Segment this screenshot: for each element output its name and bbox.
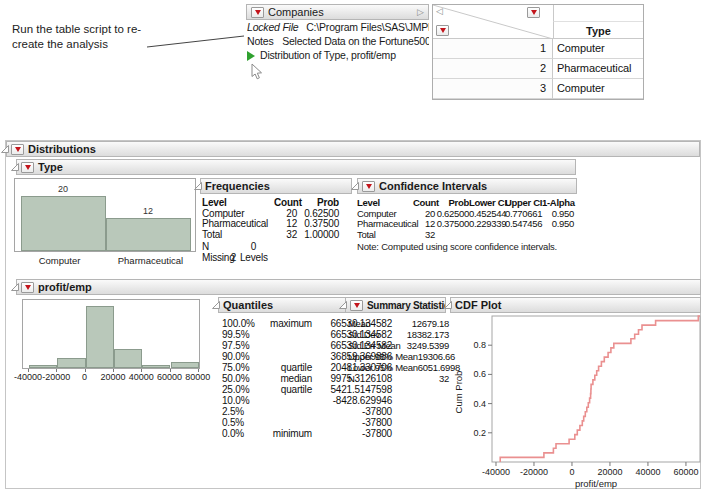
table-cell: 0.5% bbox=[222, 417, 260, 428]
red-triangle-menu-icon[interactable] bbox=[21, 282, 34, 293]
bar[interactable] bbox=[21, 196, 106, 251]
disclosure-triangle-icon[interactable] bbox=[211, 300, 221, 310]
stat-value: 3249.5399 bbox=[407, 340, 449, 351]
col-header: Level bbox=[357, 198, 413, 209]
n-missing-row: N Missing 0 bbox=[202, 242, 339, 253]
collapse-panel-icon[interactable]: ▷ bbox=[417, 7, 424, 17]
companies-panel-header[interactable]: Companies ▷ bbox=[246, 4, 429, 20]
table-row[interactable]: 3Computer bbox=[433, 79, 643, 99]
plot-frame bbox=[492, 316, 700, 462]
table-cell[interactable]: Computer bbox=[553, 79, 643, 99]
bar-value-label: 20 bbox=[58, 184, 68, 194]
profit-emp-histogram[interactable] bbox=[22, 299, 200, 369]
profit-emp-section-title: profit/emp bbox=[38, 281, 92, 293]
histogram-bar[interactable] bbox=[57, 358, 85, 368]
cdf-plot-title: CDF Plot bbox=[455, 299, 501, 311]
columns-menu-icon[interactable] bbox=[527, 7, 540, 18]
x-axis-label: profit/emp bbox=[575, 478, 617, 489]
frequencies-table: Level Count Prob Computer200.62500Pharma… bbox=[202, 198, 339, 263]
type-bar-chart[interactable]: 2012 bbox=[14, 178, 196, 252]
table-header-row: Level Count Prob bbox=[202, 198, 339, 209]
tick-label: 60000 bbox=[673, 467, 698, 477]
type-section-header[interactable]: Type bbox=[16, 159, 576, 175]
ci-note: Note: Computed using score confidence in… bbox=[357, 241, 557, 252]
red-triangle-menu-icon[interactable] bbox=[11, 144, 24, 155]
disclosure-triangle-icon[interactable] bbox=[193, 181, 203, 191]
red-triangle-menu-icon[interactable] bbox=[362, 181, 375, 192]
cdf-plot[interactable]: 0.20.40.60.8-40000-200000200004000060000… bbox=[450, 314, 702, 492]
disclosure-triangle-icon[interactable] bbox=[10, 162, 20, 172]
table-cell: Pharmaceutical bbox=[202, 219, 274, 230]
table-row[interactable]: 2Pharmaceutical bbox=[433, 59, 643, 79]
tick-label: 60000 bbox=[157, 372, 182, 382]
histogram-bar[interactable] bbox=[142, 365, 170, 368]
table-row: 0.0%minimum-37800 bbox=[222, 428, 392, 439]
bar[interactable] bbox=[106, 218, 191, 251]
tick-label: -20000 bbox=[520, 467, 548, 477]
locked-file-label: Locked File bbox=[247, 21, 299, 33]
table-cell[interactable]: 1 bbox=[433, 39, 553, 59]
column-header-type[interactable]: Type bbox=[553, 22, 643, 39]
type-chart-category-labels: ComputerPharmaceutical bbox=[14, 255, 196, 266]
red-triangle-menu-icon[interactable] bbox=[251, 7, 264, 18]
disclosure-triangle-icon[interactable] bbox=[443, 300, 453, 310]
table-row: 2.5%-37800 bbox=[222, 406, 392, 417]
table-cell bbox=[260, 329, 312, 340]
table-cell: 32 bbox=[413, 230, 435, 241]
stat-label: Upper 95% Mean bbox=[348, 351, 418, 362]
stat-label: Lower 95% Mean bbox=[348, 362, 418, 373]
summary-statistics-header[interactable]: Summary Statistics bbox=[345, 297, 446, 313]
table-cell: 0.37500 bbox=[297, 219, 339, 230]
table-cell: 32 bbox=[274, 230, 297, 241]
notes-row: Notes Selected Data on the Fortune500 fr… bbox=[247, 35, 429, 48]
table-cell[interactable]: 2 bbox=[433, 59, 553, 79]
table-cell: 0.950 bbox=[542, 219, 574, 230]
table-cell[interactable]: Pharmaceutical bbox=[553, 59, 643, 79]
histogram-bar[interactable] bbox=[86, 306, 114, 368]
cdf-plot-header[interactable]: CDF Plot bbox=[450, 297, 701, 313]
histogram-bar[interactable] bbox=[29, 365, 57, 368]
tick-label: -40000 bbox=[482, 467, 510, 477]
col-header: Prob bbox=[297, 198, 339, 209]
col-header: Count bbox=[413, 198, 435, 209]
quantiles-title: Quantiles bbox=[223, 299, 273, 311]
levels-row: 2 Levels bbox=[202, 253, 339, 264]
table-cell: 2.5% bbox=[222, 406, 260, 417]
table-cell: 75.0% bbox=[222, 362, 260, 373]
table-cell: 25.0% bbox=[222, 384, 260, 395]
frequencies-header[interactable]: Frequencies bbox=[200, 178, 352, 194]
histogram-bar[interactable] bbox=[114, 349, 142, 368]
col-header: Prob bbox=[435, 198, 469, 209]
script-name[interactable]: Distribution of Type, profit/emp bbox=[260, 49, 396, 62]
red-triangle-menu-icon[interactable] bbox=[21, 162, 34, 173]
rows-menu-icon[interactable] bbox=[436, 25, 449, 36]
tick-label: 0.2 bbox=[473, 428, 486, 438]
tick-label: -20000 bbox=[42, 372, 70, 382]
red-triangle-menu-icon[interactable] bbox=[350, 300, 363, 311]
locked-file-row: Locked File C:\Program Files\SAS\JMPPRO\… bbox=[247, 21, 429, 34]
category-label: Computer bbox=[14, 255, 105, 266]
table-cell: 1.00000 bbox=[297, 230, 339, 241]
annotation-pointer-line bbox=[140, 30, 248, 52]
table-cell[interactable]: 3 bbox=[433, 79, 553, 99]
disclosure-triangle-icon[interactable] bbox=[350, 181, 360, 191]
histogram-bar[interactable] bbox=[171, 362, 199, 368]
disclosure-triangle-icon[interactable] bbox=[0, 144, 10, 154]
table-script-row[interactable]: Distribution of Type, profit/emp bbox=[247, 49, 429, 62]
notes-value: Selected Data on the Fortune500 from bbox=[282, 35, 429, 47]
distributions-header[interactable]: Distributions bbox=[6, 141, 700, 157]
table-cell: Pharmaceutical bbox=[357, 219, 413, 230]
table-row[interactable]: 1Computer bbox=[433, 39, 643, 59]
frequencies-rows: Computer200.62500Pharmaceutical120.37500… bbox=[202, 209, 339, 241]
table-row: 25.0%quartile5421.5147598 bbox=[222, 384, 392, 395]
confidence-intervals-header[interactable]: Confidence Intervals bbox=[357, 178, 577, 194]
disclosure-triangle-icon[interactable] bbox=[338, 300, 348, 310]
stat-value: 32 bbox=[439, 373, 449, 384]
run-script-icon[interactable] bbox=[247, 51, 255, 61]
disclosure-triangle-icon[interactable] bbox=[10, 282, 20, 292]
cdf-line[interactable] bbox=[500, 316, 700, 462]
collapse-table-icon[interactable]: ◁ bbox=[436, 6, 443, 16]
profit-emp-section-header[interactable]: profit/emp bbox=[16, 279, 701, 295]
type-section-title: Type bbox=[38, 161, 63, 173]
table-cell[interactable]: Computer bbox=[553, 39, 643, 59]
